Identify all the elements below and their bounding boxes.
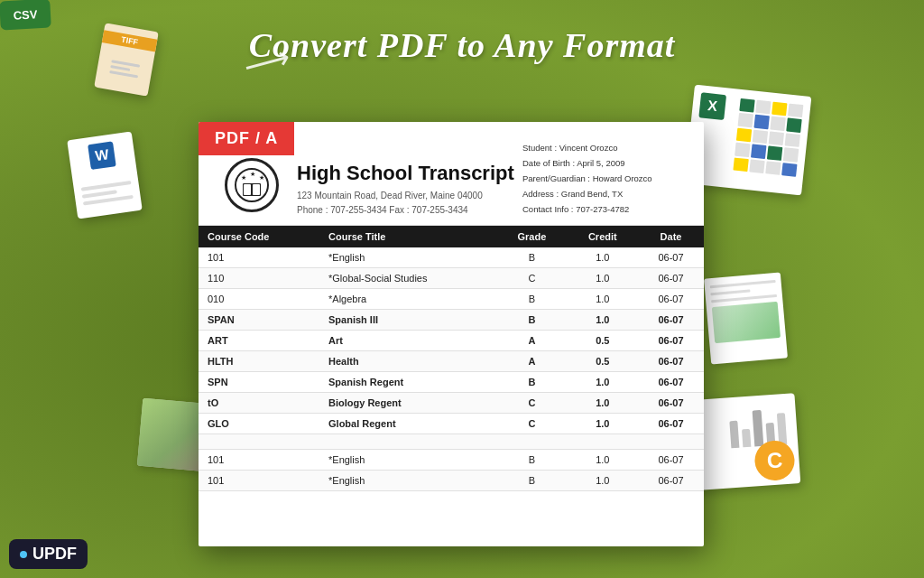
cell-code: 101 [199,247,319,268]
table-row: ART Art A 0.5 06-07 [199,331,704,351]
svg-rect-6 [253,184,260,195]
tiff-document: TIFF [94,23,159,96]
cell-grade: C [496,393,567,414]
cell-credit: 1.0 [568,247,638,268]
table-row: HLTH Health A 0.5 06-07 [199,351,704,372]
col-header-credit: Credit [568,226,638,247]
contact-line: Contact Info : 707-273-4782 [522,201,689,217]
table-row: 010 *Algebra B 1.0 06-07 [199,289,704,310]
cell-credit: 1.0 [568,393,638,414]
col-header-code: Course Code [199,226,319,247]
cell-date: 06-07 [638,372,704,393]
emblem-svg: ★ ★ ★ [234,167,270,203]
student-info-area: Student : Vincent Orozco Date of Birth :… [522,131,689,217]
table-body: 101 *English B 1.0 06-07 110 *Global-Soc… [199,247,704,491]
table-row: tO Biology Regent C 1.0 06-07 [199,393,704,414]
chart-bar-3 [753,410,763,447]
svg-rect-5 [244,184,251,195]
parent-line: Parent/Guardian : Howard Orozco [522,171,689,186]
cell-grade: B [496,289,567,310]
student-name-line: Student : Vincent Orozco [522,140,689,155]
cell-title: Spanish III [319,310,496,331]
student-name-value: Student : Vincent Orozco [522,140,617,155]
cell-date: 06-07 [638,471,704,491]
table-row: 101 *English B 1.0 06-07 [199,471,704,491]
pdf-document: PDF / A ★ ★ ★ High School Transcr [199,122,704,546]
table-row: GLO Global Regent C 1.0 06-07 [199,414,704,434]
address-line: Address : Grand Bend, TX [522,186,689,201]
cell-credit: 1.0 [568,268,638,289]
transcript-table: Course Code Course Title Grade Credit Da… [199,226,704,491]
cell-code: 101 [199,471,319,491]
chart-bar-1 [729,421,739,449]
cell-grade: B [496,450,567,471]
cell-credit: 1.0 [568,450,638,471]
cell-grade: A [496,331,567,351]
cell-grade: A [496,351,567,372]
col-header-date: Date [638,226,704,247]
cell-code: ART [199,331,319,351]
doc-thumbnail [712,302,781,343]
parent-value: Parent/Guardian : Howard Orozco [522,171,652,186]
updf-logo: UPDF [9,539,88,569]
cell-date: 06-07 [638,393,704,414]
address-value: Address : Grand Bend, TX [522,186,623,201]
table-wrapper: Course Code Course Title Grade Credit Da… [199,226,704,491]
page-title: Convert PDF to Any Format [249,25,676,65]
svg-text:★: ★ [259,174,264,181]
cell-credit: 0.5 [568,331,638,351]
word-document: W [67,131,143,219]
pdf-badge: PDF / A [199,122,294,155]
cell-date: 06-07 [638,450,704,471]
table-row: 110 *Global-Social Studies C 1.0 06-07 [199,268,704,289]
cell-date: 06-07 [638,268,704,289]
cell-credit: 1.0 [568,471,638,491]
dob-line: Date of Birth : April 5, 2009 [522,155,689,171]
cell-title: Global Regent [319,414,496,434]
cell-date: 06-07 [638,331,704,351]
cell-grade: C [496,268,567,289]
document-address-line1: 123 Mountain Road, Dead River, Maine 040… [297,189,522,203]
school-emblem: ★ ★ ★ [225,158,279,212]
cell-credit: 1.0 [568,289,638,310]
table-row: SPN Spanish Regent B 1.0 06-07 [199,372,704,393]
cell-date: 06-07 [638,351,704,372]
table-row: 101 *English B 1.0 06-07 [199,247,704,268]
cell-credit: 1.0 [568,414,638,434]
cell-grade: B [496,247,567,268]
cell-credit: 1.0 [568,372,638,393]
table-row [199,434,704,450]
table-row: SPAN Spanish III B 1.0 06-07 [199,310,704,331]
doc-line-1 [710,280,776,288]
title-area: Convert PDF to Any Format [249,25,676,65]
cell-credit: 1.0 [568,310,638,331]
cell-title: Spanish Regent [319,372,496,393]
document-address-line2: Phone : 707-255-3434 Fax : 707-255-3434 [297,203,522,218]
cell-credit: 0.5 [568,351,638,372]
cell-grade: B [496,471,567,491]
col-header-title: Course Title [319,226,496,247]
doc-line-2 [710,289,750,295]
dob-value: Date of Birth : April 5, 2009 [522,155,625,171]
tiff-label: TIFF [102,30,158,51]
excel-grid [733,98,803,177]
cell-title: *English [319,247,496,268]
cell-title: *Algebra [319,289,496,310]
cell-grade: C [496,414,567,434]
cell-code: SPN [199,372,319,393]
cell-title: *English [319,471,496,491]
table-header-row: Course Code Course Title Grade Credit Da… [199,226,704,247]
cell-title: *Global-Social Studies [319,268,496,289]
cell-code: 110 [199,268,319,289]
svg-text:★: ★ [241,174,246,181]
cell-code: 101 [199,450,319,471]
updf-label: UPDF [32,545,77,564]
cell-date: 06-07 [638,247,704,268]
cell-grade: B [496,310,567,331]
excel-icon: X [698,92,726,120]
cell-title: Biology Regent [319,393,496,414]
cell-code: HLTH [199,351,319,372]
table-row: 101 *English B 1.0 06-07 [199,450,704,471]
document-title-area: High School Transcript 123 Mountain Road… [290,131,522,218]
cell-title: Health [319,351,496,372]
